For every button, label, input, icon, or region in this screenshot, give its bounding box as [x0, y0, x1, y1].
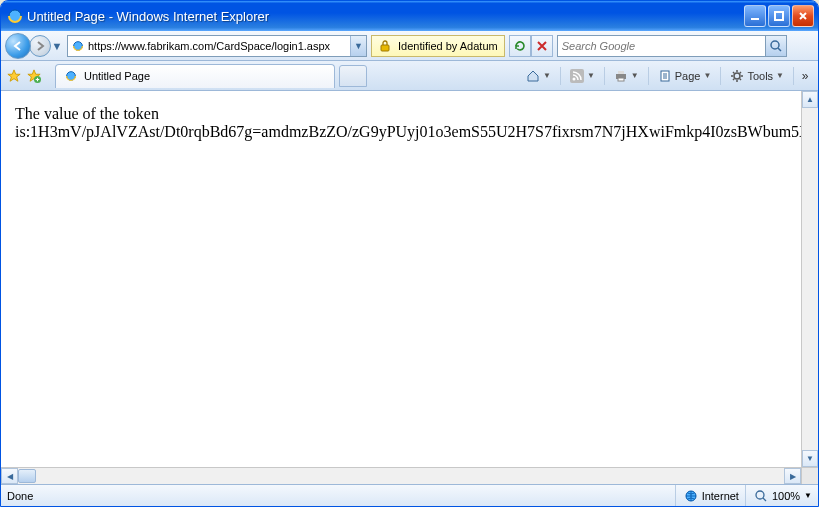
scroll-track[interactable]: [18, 468, 784, 484]
back-button[interactable]: [5, 33, 31, 59]
printer-icon: [614, 69, 628, 83]
identity-box[interactable]: Identified by Adatum: [371, 35, 505, 57]
identity-label: Identified by Adatum: [398, 40, 498, 52]
tab-active[interactable]: Untitled Page: [55, 64, 335, 88]
magnifier-icon: [769, 39, 783, 53]
forward-button[interactable]: [29, 35, 51, 57]
status-bar: Done Internet 100% ▼: [1, 484, 818, 506]
scroll-corner: [801, 467, 818, 484]
favorites-buttons: [7, 69, 41, 83]
refresh-button[interactable]: [509, 35, 531, 57]
command-bar: ▼ ▼ ▼ Page▼ Tools▼ »: [521, 65, 812, 87]
home-icon: [526, 69, 540, 83]
separator: [648, 67, 649, 85]
svg-rect-11: [618, 71, 624, 74]
arrow-right-icon: [34, 40, 46, 52]
svg-point-16: [756, 491, 764, 499]
internet-zone-icon: [684, 489, 698, 503]
svg-rect-12: [618, 78, 624, 81]
zoom-dropdown[interactable]: ▼: [804, 491, 812, 500]
vertical-scrollbar[interactable]: ▲ ▼: [801, 91, 818, 467]
maximize-button[interactable]: [768, 5, 790, 27]
lock-icon: [378, 39, 392, 53]
refresh-icon: [513, 39, 527, 53]
svg-rect-2: [775, 12, 783, 20]
feeds-button[interactable]: ▼: [565, 65, 600, 87]
separator: [793, 67, 794, 85]
tab-toolbar: Untitled Page ▼ ▼ ▼ Page▼ Tools▼: [1, 61, 818, 91]
refresh-stop-group: [509, 35, 553, 57]
stop-icon: [535, 39, 549, 53]
new-tab-button[interactable]: [339, 65, 367, 87]
separator: [604, 67, 605, 85]
tab-favicon-icon: [64, 69, 78, 83]
svg-rect-4: [381, 45, 389, 51]
home-button[interactable]: ▼: [521, 65, 556, 87]
horizontal-scrollbar[interactable]: ◀ ▶: [1, 467, 801, 484]
separator: [720, 67, 721, 85]
stop-button[interactable]: [531, 35, 553, 57]
titlebar: Untitled Page - Windows Internet Explore…: [1, 1, 818, 31]
page-menu-label: Page: [675, 70, 701, 82]
page-icon: [71, 39, 85, 53]
add-favorites-icon[interactable]: [27, 69, 41, 83]
search-go-button[interactable]: [765, 35, 787, 57]
nav-history-dropdown[interactable]: ▼: [51, 40, 63, 52]
scroll-left-arrow-icon[interactable]: ◀: [1, 468, 18, 484]
nav-toolbar: ▼ https://www.fabrikam.com/CardSpace/log…: [1, 31, 818, 61]
svg-point-9: [572, 77, 575, 80]
tools-menu-button[interactable]: Tools▼: [725, 65, 789, 87]
minimize-button[interactable]: [744, 5, 766, 27]
status-text: Done: [7, 490, 33, 502]
page-menu-button[interactable]: Page▼: [653, 65, 717, 87]
zoom-level: 100%: [772, 490, 800, 502]
scroll-up-arrow-icon[interactable]: ▲: [802, 91, 818, 108]
scroll-track[interactable]: [802, 108, 818, 450]
window-title: Untitled Page - Windows Internet Explore…: [27, 9, 744, 24]
ie-logo-icon: [7, 8, 23, 24]
scroll-right-arrow-icon[interactable]: ▶: [784, 468, 801, 484]
browser-window: Untitled Page - Windows Internet Explore…: [0, 0, 819, 507]
zoom-icon: [754, 489, 768, 503]
scroll-thumb[interactable]: [18, 469, 36, 483]
gear-icon: [730, 69, 744, 83]
separator: [560, 67, 561, 85]
address-dropdown[interactable]: ▼: [350, 36, 366, 56]
security-zone[interactable]: Internet: [675, 485, 739, 506]
favorites-star-icon[interactable]: [7, 69, 21, 83]
svg-point-14: [734, 73, 740, 79]
content-area: The value of the token is:1H3mV/pJAlVZAs…: [1, 91, 818, 484]
page-icon: [658, 69, 672, 83]
token-line-1: The value of the token: [15, 105, 818, 123]
tools-menu-label: Tools: [747, 70, 773, 82]
zoom-control[interactable]: 100% ▼: [745, 485, 812, 506]
search-input[interactable]: [557, 35, 765, 57]
toolbar-overflow-button[interactable]: »: [798, 69, 812, 83]
close-button[interactable]: [792, 5, 814, 27]
window-buttons: [744, 5, 814, 27]
token-line-2: is:1H3mV/pJAlVZAst/Dt0rqbBd67g=amdmzBzZO…: [15, 123, 818, 141]
scroll-down-arrow-icon[interactable]: ▼: [802, 450, 818, 467]
arrow-left-icon: [11, 39, 25, 53]
search-box: [557, 35, 787, 57]
zone-label: Internet: [702, 490, 739, 502]
tab-title: Untitled Page: [84, 70, 150, 82]
rss-icon: [570, 69, 584, 83]
svg-rect-1: [751, 18, 759, 20]
page-body: The value of the token is:1H3mV/pJAlVZAs…: [1, 91, 818, 484]
address-bar[interactable]: https://www.fabrikam.com/CardSpace/login…: [67, 35, 367, 57]
svg-point-5: [771, 41, 779, 49]
print-button[interactable]: ▼: [609, 65, 644, 87]
nav-buttons: ▼: [5, 33, 63, 59]
address-url: https://www.fabrikam.com/CardSpace/login…: [88, 40, 350, 52]
